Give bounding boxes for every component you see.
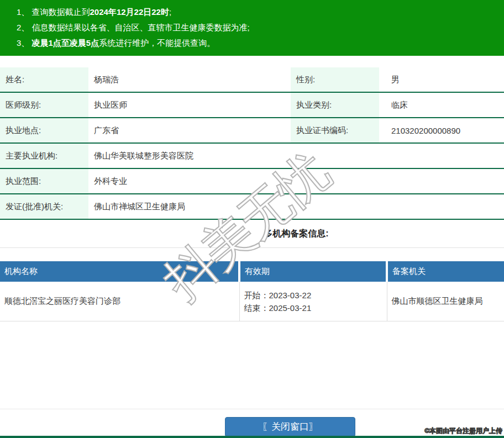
- issuing-authority-label: 发证(批准)机关:: [0, 194, 88, 219]
- gender-label: 性别:: [291, 67, 379, 92]
- table-header-row: 机构名称 有效期 备案机关: [0, 261, 504, 282]
- org-name-value: 顺德北滘宝之丽医疗美容门诊部: [0, 282, 239, 321]
- table-row: 多机构备案信息:: [0, 219, 504, 248]
- table-row: 医师级别: 执业医师 执业类别: 临床: [0, 92, 504, 118]
- practice-location-value: 广东省: [88, 118, 291, 143]
- record-authority-value: 佛山市顺德区卫生健康局: [387, 282, 504, 321]
- validity-header: 有效期: [239, 261, 387, 282]
- table-row: 姓名: 杨瑞浩 性别: 男: [0, 67, 504, 92]
- validity-start-date: 2023-03-22: [269, 291, 312, 300]
- practice-location-label: 执业地点:: [0, 118, 88, 143]
- validity-value: 开始：2023-03-22 结束：2025-03-21: [239, 282, 387, 321]
- notice-text: 3、: [17, 38, 32, 48]
- table-row: 顺德北滘宝之丽医疗美容门诊部 开始：2023-03-22 结束：2025-03-…: [0, 282, 504, 321]
- practice-scope-value: 外科专业: [88, 168, 504, 194]
- close-window-button[interactable]: 〖关闭窗口〗: [225, 417, 355, 437]
- table-row: 发证(批准)机关: 佛山市禅城区卫生健康局: [0, 194, 504, 219]
- doctor-level-value: 执业医师: [88, 92, 291, 118]
- validity-start: 开始：2023-03-22: [244, 289, 386, 302]
- notice-text: 系统进行维护，不能提供查询。: [99, 38, 215, 48]
- notice-line-1: 1、 查询数据截止到2024年12月22日22时;: [17, 4, 493, 20]
- main-institution-label: 主要执业机构:: [0, 143, 88, 168]
- doctor-level-label: 医师级别:: [0, 92, 88, 118]
- notice-text: 1、 查询数据截止到: [17, 7, 90, 17]
- table-row: 主要执业机构: 佛山华美联城整形美容医院: [0, 143, 504, 168]
- practice-category-value: 临床: [379, 92, 504, 118]
- validity-end: 结束：2025-03-21: [244, 302, 386, 314]
- practitioner-info-table: 姓名: 杨瑞浩 性别: 男 医师级别: 执业医师 执业类别: 临床 执业地点: …: [0, 67, 504, 248]
- practice-category-label: 执业类别:: [291, 92, 379, 118]
- query-result-page: 1、 查询数据截止到2024年12月22日22时; 2、 信息数据结果以各省、自…: [0, 0, 504, 438]
- certificate-number-label: 执业证书编码:: [291, 118, 379, 143]
- record-authority-header: 备案机关: [387, 261, 504, 282]
- validity-end-label: 结束：: [244, 303, 269, 313]
- notice-text: ;: [169, 7, 171, 17]
- notice-text: 2、 信息数据结果以各省、自治区、直辖市卫生健康委数据为准;: [17, 23, 250, 32]
- gender-value: 男: [379, 67, 504, 92]
- issuing-authority-value: 佛山市禅城区卫生健康局: [88, 194, 504, 219]
- notice-line-3: 3、 凌晨1点至凌晨5点系统进行维护，不能提供查询。: [17, 35, 493, 51]
- table-row: 执业范围: 外科专业: [0, 168, 504, 194]
- practice-scope-label: 执业范围:: [0, 168, 88, 194]
- validity-end-date: 2025-03-21: [269, 303, 312, 313]
- certificate-number-value: 210320200000890: [379, 118, 504, 143]
- table-row: 执业地点: 广东省 执业证书编码: 210320200000890: [0, 118, 504, 143]
- main-institution-value: 佛山华美联城整形美容医院: [88, 143, 504, 168]
- corner-watermark: ©本图由平台注册用户上传: [424, 426, 502, 436]
- footer-divider: [0, 409, 504, 409]
- notice-text-bold: 2024年12月22日22时: [90, 7, 169, 17]
- notice-line-2: 2、 信息数据结果以各省、自治区、直辖市卫生健康委数据为准;: [17, 20, 493, 35]
- notice-banner: 1、 查询数据截止到2024年12月22日22时; 2、 信息数据结果以各省、自…: [0, 0, 504, 56]
- name-label: 姓名:: [0, 67, 88, 92]
- multi-institution-record-table: 机构名称 有效期 备案机关 顺德北滘宝之丽医疗美容门诊部 开始：2023-03-…: [0, 261, 504, 321]
- name-value: 杨瑞浩: [88, 67, 291, 92]
- notice-text-bold: 凌晨1点至凌晨5点: [32, 38, 99, 48]
- multi-institution-section-title: 多机构备案信息:: [0, 219, 504, 248]
- validity-start-label: 开始：: [244, 291, 269, 300]
- bottom-green-bar: [0, 436, 504, 438]
- org-name-header: 机构名称: [0, 261, 239, 282]
